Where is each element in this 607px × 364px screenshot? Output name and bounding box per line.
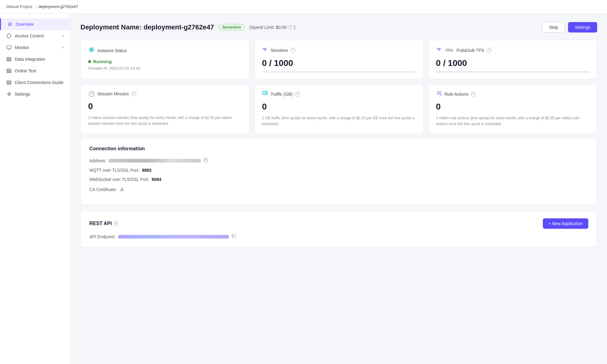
- sessions-help-icon[interactable]: ?: [290, 48, 295, 53]
- shield-icon: [6, 33, 12, 39]
- sidebar-item-monitor[interactable]: Monitor ▾: [0, 42, 70, 53]
- stat-card-header-instance: Instance Status: [88, 46, 242, 55]
- instance-status-title: Instance Status: [97, 48, 127, 53]
- ca-label: CA Certificate:: [89, 187, 117, 192]
- serverless-badge: Serverless: [218, 24, 245, 31]
- spend-limit: (Spend Limit: $0.00 ? ): [249, 25, 295, 30]
- tps-help-icon[interactable]: ?: [487, 48, 492, 53]
- page-title: Deployment Name: deployment-g2762e47: [80, 23, 214, 31]
- session-minutes-icon: 🕐: [88, 90, 95, 97]
- stat-card-header-session-minutes: 🕐 Session Minutes ?: [88, 90, 242, 97]
- monitor-icon: [6, 45, 12, 50]
- ca-download-button[interactable]: [119, 186, 125, 193]
- api-endpoint-value-blurred: [118, 235, 229, 239]
- sidebar-item-data-integration[interactable]: Data Integration: [0, 53, 70, 65]
- svg-rect-1: [7, 57, 11, 58]
- sidebar-label-settings: Settings: [15, 92, 30, 97]
- rule-actions-title: Rule Actions: [445, 92, 469, 97]
- api-endpoint-row: API Endpoint:: [89, 234, 588, 239]
- traffic-help-icon[interactable]: ?: [295, 92, 300, 97]
- new-application-button[interactable]: + New Application: [543, 218, 588, 229]
- stats-grid-row1: Instance Status Running Created At: 2024…: [80, 40, 597, 79]
- sidebar-item-settings[interactable]: ⚙ Settings: [0, 88, 70, 100]
- svg-rect-18: [233, 235, 235, 238]
- address-label: Address:: [89, 158, 106, 163]
- stop-button[interactable]: Stop: [542, 22, 565, 33]
- sidebar-item-access-control[interactable]: Access Control ▾: [0, 30, 70, 42]
- svg-rect-2: [7, 59, 11, 60]
- svg-rect-6: [7, 72, 11, 73]
- rule-actions-help-icon[interactable]: ?: [471, 92, 476, 97]
- status-text: Running: [93, 59, 112, 64]
- sidebar-label-data-integration: Data Integration: [15, 57, 45, 62]
- stat-card-sessions: Sessions ? 0 / 1000: [254, 40, 423, 79]
- svg-rect-4: [7, 69, 11, 70]
- api-endpoint-label: API Endpoint:: [89, 234, 116, 239]
- spend-limit-help-icon[interactable]: ?: [288, 25, 293, 30]
- address-copy-button[interactable]: [203, 158, 208, 163]
- chevron-down-icon-monitor: ▾: [62, 46, 64, 50]
- tps-value: 0 / 1000: [436, 58, 589, 68]
- rest-api-title: REST API ?: [89, 221, 119, 226]
- stat-card-rule-actions: Rule Actions ? 0 1 million rule actions …: [428, 84, 597, 133]
- connection-info-section: Connection information Address: MQTT ove…: [80, 138, 597, 205]
- status-dot: [88, 60, 91, 63]
- stat-card-tps: TPS Pub&Sub TPS ? 0 / 1000: [428, 40, 597, 79]
- svg-rect-7: [7, 81, 11, 82]
- breadcrumb-separator: /: [35, 4, 36, 9]
- sessions-title: Sessions: [270, 48, 288, 53]
- rest-api-header: REST API ? + New Application: [89, 218, 588, 229]
- ws-label: WebSocket over TLS/SSL Port:: [89, 177, 149, 182]
- stats-grid-row2: 🕐 Session Minutes ? 0 1 million session …: [80, 84, 597, 133]
- ca-row: CA Certificate:: [89, 186, 588, 193]
- online-test-icon: [6, 68, 12, 74]
- deployment-name: deployment-g2762e47: [143, 23, 214, 31]
- page-header: Deployment Name: deployment-g2762e47 Ser…: [80, 22, 597, 33]
- tps-progress-container: [436, 71, 589, 73]
- stat-card-header-rule-actions: Rule Actions ?: [436, 90, 589, 98]
- rest-api-section: REST API ? + New Application API Endpoin…: [80, 211, 597, 247]
- svg-point-16: [440, 94, 442, 96]
- main-content: Deployment Name: deployment-g2762e47 Ser…: [71, 13, 607, 364]
- address-row: Address:: [89, 158, 588, 163]
- connection-info-title: Connection information: [89, 146, 588, 151]
- traffic-description: 1 GB traffic (free quota) for every mont…: [262, 115, 415, 127]
- session-minutes-title: Session Minutes: [97, 91, 129, 96]
- created-at: Created At: 2024.03.15 14:42: [88, 66, 242, 71]
- stat-card-instance-status: Instance Status Running Created At: 2024…: [80, 40, 249, 79]
- svg-rect-3: [7, 60, 11, 61]
- sidebar-item-online-test[interactable]: Online Test: [0, 65, 70, 77]
- spend-limit-suffix: ): [294, 25, 295, 30]
- tps-title: Pub&Sub TPS: [457, 48, 484, 53]
- svg-rect-5: [7, 71, 11, 71]
- mqtt-value: 8883: [142, 168, 151, 173]
- svg-rect-8: [7, 82, 11, 83]
- chevron-down-icon: ▾: [62, 34, 64, 38]
- spend-limit-text: (Spend Limit: $0.00: [249, 25, 286, 30]
- client-connections-icon: [6, 80, 12, 85]
- sidebar-label-monitor: Monitor: [15, 45, 29, 50]
- settings-button[interactable]: Settings: [568, 22, 597, 33]
- sidebar-item-overview[interactable]: ⊞ Overview: [0, 18, 70, 30]
- sidebar-item-client-connections[interactable]: Client Connections Guide: [0, 77, 70, 88]
- rest-api-help-icon[interactable]: ?: [114, 221, 119, 226]
- svg-point-11: [90, 48, 93, 52]
- header-actions: Stop Settings: [542, 22, 597, 33]
- sidebar-label-online-test: Online Test: [15, 68, 36, 73]
- tps-badge-label: TPS: [445, 48, 454, 52]
- sessions-value: 0 / 1000: [262, 58, 415, 68]
- sidebar-label-overview: Overview: [16, 22, 33, 27]
- rule-actions-description: 1 million rule actions (free quota) for …: [436, 115, 589, 127]
- mqtt-row: MQTT over TLS/SSL Port: 8883: [89, 168, 588, 173]
- traffic-icon: [262, 90, 268, 98]
- rule-actions-icon: [436, 90, 442, 98]
- sidebar-label-client-connections: Client Connections Guide: [15, 80, 64, 85]
- sessions-icon: [262, 46, 268, 54]
- breadcrumb-project[interactable]: Default Project: [6, 4, 32, 9]
- session-minutes-value: 0: [88, 102, 242, 111]
- session-minutes-description: 1 million session minutes (free quota) f…: [88, 115, 242, 127]
- traffic-value: 0: [262, 102, 415, 112]
- sidebar: ⊞ Overview Access Control ▾: [0, 13, 71, 364]
- session-minutes-help-icon[interactable]: ?: [131, 91, 136, 96]
- api-endpoint-copy-button[interactable]: [231, 234, 236, 239]
